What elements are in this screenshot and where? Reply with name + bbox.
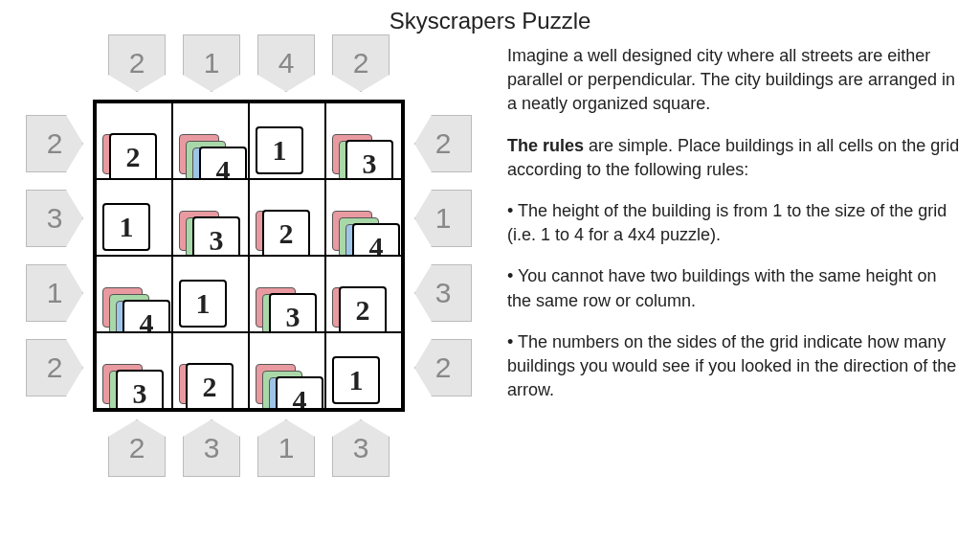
grid-cell[interactable]: 2 (249, 179, 325, 256)
page: Skyscrapers Puzzle 2142 2312 24131324413… (0, 0, 980, 543)
grid-cell[interactable]: 3 (172, 179, 249, 256)
building-tile: 1 (102, 203, 150, 251)
grid-cell[interactable]: 3 (325, 102, 402, 179)
clue-up: 2 (108, 419, 166, 477)
clue-down: 4 (257, 34, 315, 92)
grid-cell[interactable]: 4 (325, 179, 402, 256)
grid-cell[interactable]: 3 (249, 256, 325, 332)
clue-up: 1 (257, 419, 315, 477)
building-tile: 4 (122, 300, 170, 332)
grid-with-side-clues: 2312 2413132441323241 2132 (26, 100, 472, 412)
grid-cell[interactable]: 1 (172, 256, 249, 332)
clue-up: 3 (332, 419, 390, 477)
building-tile: 2 (339, 286, 387, 332)
building-tile: 1 (179, 280, 227, 328)
building-tile: 4 (276, 376, 323, 409)
grid-cell[interactable]: 4 (96, 256, 172, 332)
building-tile: 3 (192, 216, 240, 256)
page-title: Skyscrapers Puzzle (0, 0, 980, 34)
building-tile: 3 (345, 140, 393, 179)
clue-right: 3 (26, 190, 83, 247)
grid-cell[interactable]: 2 (325, 256, 402, 332)
instructions: Imagine a well designed city where all s… (507, 34, 961, 477)
clue-up: 3 (183, 419, 240, 477)
building-tile: 2 (109, 133, 157, 179)
clues-left: 2312 (26, 115, 83, 396)
clue-left: 2 (414, 115, 472, 172)
grid-cell[interactable]: 2 (96, 102, 172, 179)
grid-cell[interactable]: 4 (249, 332, 325, 409)
clue-down: 2 (332, 34, 390, 92)
clue-right: 2 (26, 339, 83, 396)
rules-lead: The rules are simple. Place buildings in… (507, 134, 961, 182)
rule-2: • You cannot have two buildings with the… (507, 264, 961, 312)
grid-cell[interactable]: 1 (249, 102, 325, 179)
clue-left: 3 (414, 264, 472, 322)
clues-bottom: 2313 (108, 419, 390, 477)
content: 2142 2312 2413132441323241 2132 2313 Ima… (0, 34, 980, 477)
clue-right: 2 (26, 115, 83, 172)
building-tile: 2 (186, 363, 234, 409)
grid-cell[interactable]: 3 (96, 332, 172, 409)
clues-right: 2132 (414, 115, 472, 396)
clues-top: 2142 (108, 34, 390, 92)
clue-down: 1 (183, 34, 240, 92)
building-tile: 1 (256, 126, 303, 174)
building-tile: 4 (199, 147, 247, 179)
intro-text: Imagine a well designed city where all s… (507, 44, 961, 117)
clue-right: 1 (26, 264, 83, 322)
building-tile: 3 (269, 293, 317, 332)
grid-cell[interactable]: 1 (96, 179, 172, 256)
building-tile: 3 (116, 370, 164, 409)
building-tile: 4 (352, 223, 400, 256)
rule-1: • The height of the building is from 1 t… (507, 199, 961, 247)
puzzle-grid: 2413132441323241 (93, 100, 405, 412)
clue-left: 2 (414, 339, 472, 396)
rule-3: • The numbers on the sides of the grid i… (507, 330, 961, 403)
building-tile: 1 (332, 356, 380, 404)
grid-cell[interactable]: 2 (172, 332, 249, 409)
puzzle-panel: 2142 2312 2413132441323241 2132 2313 (19, 34, 479, 477)
clue-down: 2 (108, 34, 166, 92)
building-tile: 2 (262, 210, 310, 256)
clue-left: 1 (414, 190, 472, 247)
grid-cell[interactable]: 4 (172, 102, 249, 179)
grid-cell[interactable]: 1 (325, 332, 402, 409)
